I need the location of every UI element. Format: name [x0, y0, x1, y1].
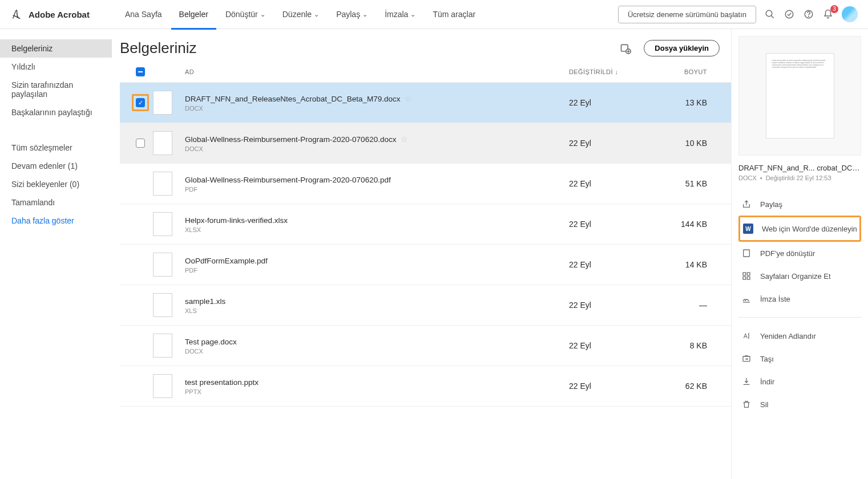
svg-point-0: [766, 10, 772, 17]
shell: Belgeleriniz Yıldızlı Sizin tarafınızdan…: [0, 29, 868, 479]
svg-rect-7: [744, 250, 750, 257]
nav-edit[interactable]: Düzenle⌄: [274, 1, 327, 30]
select-all-checkbox[interactable]: [136, 67, 145, 76]
file-type: DOCX: [185, 145, 569, 152]
file-name: OoPdfFormExample.pdf: [185, 257, 268, 265]
file-name: sample1.xls: [185, 297, 225, 306]
start-trial-button[interactable]: Ücretsiz deneme sürümünü başlatın: [618, 6, 756, 23]
file-modified: 22 Eyl: [569, 381, 672, 391]
file-size: 13 KB: [672, 98, 723, 107]
action-request-sign[interactable]: İmza İste: [738, 287, 861, 310]
signature-icon: [741, 293, 752, 305]
col-name[interactable]: AD: [185, 68, 569, 75]
file-thumb-icon: [153, 91, 172, 115]
file-size: 62 KB: [672, 381, 723, 391]
file-thumb-icon: [153, 334, 172, 358]
download-icon: [741, 376, 752, 387]
action-list: Paylaş WWeb için Word'de düzenleyin PDF'…: [738, 193, 861, 416]
file-row[interactable]: Helpx-forum-links-verified.xlsxXLSX22 Ey…: [120, 204, 731, 245]
logo[interactable]: Adobe Acrobat: [10, 8, 90, 21]
file-thumb-icon: [153, 131, 172, 155]
sidebar-item-show-more[interactable]: Daha fazla göster: [0, 212, 112, 230]
nav-sign[interactable]: İmzala⌄: [377, 1, 423, 30]
action-edit-word-web[interactable]: WWeb için Word'de düzenleyin: [738, 216, 861, 242]
sidebar-item-shared-by-others[interactable]: Başkalarının paylaştığı: [0, 103, 112, 121]
file-size: 14 KB: [672, 260, 723, 269]
top-right: Ücretsiz deneme sürümünü başlatın 3: [618, 6, 858, 23]
file-list[interactable]: ✓DRAFT_NFN_and_ReleaseNtes_Acrobat_DC_Be…: [120, 82, 731, 479]
acrobat-logo-icon: [10, 8, 23, 21]
file-thumb-icon: [153, 374, 172, 398]
sidebar-item-starred[interactable]: Yıldızlı: [0, 58, 112, 76]
nav-documents[interactable]: Belgeler: [171, 1, 216, 30]
star-icon[interactable]: ☆: [401, 135, 408, 144]
details-filename: DRAFT_NFN_and_R... crobat_DC_Beta_M79: [738, 164, 861, 172]
action-download[interactable]: İndir: [738, 370, 861, 393]
file-row[interactable]: test presentation.pptxPPTX22 Eyl62 KB: [120, 366, 731, 407]
file-type: DOCX: [185, 348, 569, 355]
help-icon[interactable]: [803, 9, 814, 20]
add-from-cloud-icon[interactable]: [620, 43, 631, 54]
sidebar-item-in-progress[interactable]: Devam edenler (1): [0, 157, 112, 175]
sidebar-item-waiting[interactable]: Sizi bekleyenler (0): [0, 175, 112, 193]
svg-text:A: A: [744, 332, 748, 339]
app-name: Adobe Acrobat: [29, 10, 90, 19]
sidebar: Belgeleriniz Yıldızlı Sizin tarafınızdan…: [0, 29, 112, 479]
file-row[interactable]: sample1.xlsXLS22 Eyl—: [120, 285, 731, 326]
avatar[interactable]: [842, 6, 858, 22]
notifications-icon[interactable]: 3: [822, 9, 834, 20]
sidebar-item-your-docs[interactable]: Belgeleriniz: [0, 39, 112, 58]
nav-all-tools[interactable]: Tüm araçlar: [425, 1, 483, 30]
file-thumb-icon: [153, 293, 172, 317]
details-meta: DOCX•Değiştirildi 22 Eyl 12:53: [738, 174, 861, 181]
chevron-down-icon: ⌄: [362, 11, 368, 18]
svg-point-2: [785, 10, 793, 18]
sidebar-item-all-agreements[interactable]: Tüm sözleşmeler: [0, 139, 112, 157]
svg-rect-9: [747, 273, 750, 275]
chevron-down-icon: ⌄: [410, 11, 415, 18]
row-checkbox[interactable]: ✓: [136, 98, 145, 107]
details-panel: Lorem ipsum dolor sit amet consectetur a…: [731, 29, 868, 479]
share-icon: [741, 198, 752, 210]
main-header: Belgeleriniz Dosya yükleyin: [120, 39, 731, 57]
file-preview[interactable]: Lorem ipsum dolor sit amet consectetur a…: [738, 36, 861, 156]
nav-share[interactable]: Paylaş⌄: [328, 1, 376, 30]
action-share[interactable]: Paylaş: [738, 193, 861, 216]
file-name: Helpx-forum-links-verified.xlsx: [185, 216, 288, 225]
search-icon[interactable]: [764, 9, 776, 20]
topbar: Adobe Acrobat Ana Sayfa Belgeler Dönüştü…: [0, 0, 868, 29]
col-size[interactable]: BOYUT: [672, 68, 723, 75]
pdf-convert-icon: [741, 247, 752, 259]
organize-icon: [741, 270, 752, 282]
nav-convert[interactable]: Dönüştür⌄: [217, 1, 273, 30]
file-row[interactable]: OoPdfFormExample.pdfPDF22 Eyl14 KB: [120, 245, 731, 285]
action-convert-pdf[interactable]: PDF'ye dönüştür: [738, 242, 861, 265]
sort-down-icon: ↓: [615, 68, 618, 75]
upload-button[interactable]: Dosya yükleyin: [644, 40, 720, 56]
file-type: PPTX: [185, 388, 569, 395]
page-title: Belgeleriniz: [120, 39, 196, 57]
file-row[interactable]: Global-Wellness-Reimbursement-Program-20…: [120, 123, 731, 164]
file-modified: 22 Eyl: [569, 341, 672, 350]
action-rename[interactable]: AYeniden Adlandır: [738, 324, 861, 347]
file-size: 10 KB: [672, 139, 723, 148]
row-checkbox[interactable]: [136, 139, 145, 148]
word-icon: W: [742, 223, 754, 234]
star-icon[interactable]: ☆: [405, 94, 412, 103]
file-row[interactable]: ✓DRAFT_NFN_and_ReleaseNtes_Acrobat_DC_Be…: [120, 83, 731, 123]
file-row[interactable]: Global-Wellness-Reimbursement-Program-20…: [120, 164, 731, 204]
file-row[interactable]: Test page.docxDOCX22 Eyl8 KB: [120, 326, 731, 366]
action-delete[interactable]: Sil: [738, 393, 861, 416]
file-name: test presentation.pptx: [185, 378, 259, 387]
action-move[interactable]: Taşı: [738, 347, 861, 370]
action-organize-pages[interactable]: Sayfaları Organize Et: [738, 265, 861, 287]
svg-point-4: [809, 16, 809, 17]
file-modified: 22 Eyl: [569, 220, 672, 229]
file-thumb-icon: [153, 253, 172, 277]
col-modified[interactable]: DEĞİŞTİRİLDİ ↓: [569, 68, 672, 75]
nav-home[interactable]: Ana Sayfa: [117, 1, 170, 30]
task-complete-icon[interactable]: [784, 9, 795, 20]
sidebar-item-completed[interactable]: Tamamlandı: [0, 193, 112, 212]
file-type: PDF: [185, 186, 569, 193]
sidebar-item-shared-by-you[interactable]: Sizin tarafınızdan paylaşılan: [0, 76, 112, 103]
